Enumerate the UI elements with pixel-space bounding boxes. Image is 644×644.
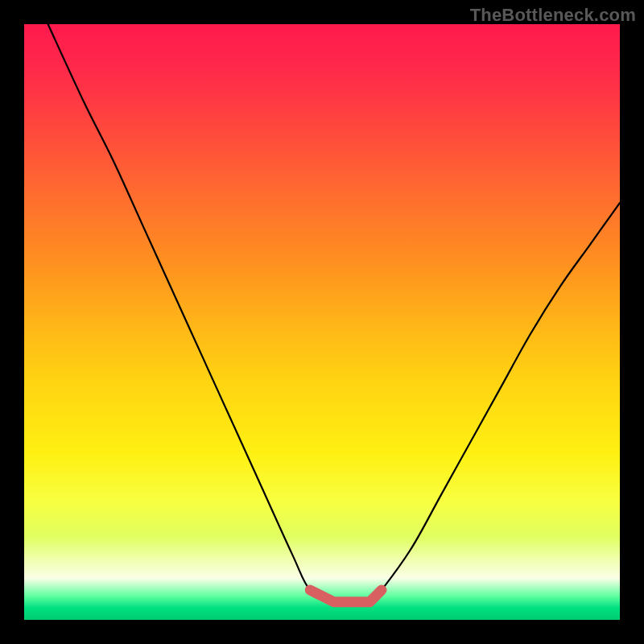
plot-area	[24, 24, 620, 620]
curve-svg	[24, 24, 620, 620]
watermark-text: TheBottleneck.com	[470, 5, 636, 26]
chart-frame: TheBottleneck.com	[0, 0, 644, 644]
minimum-band-marker	[310, 590, 382, 602]
bottleneck-curve-line	[48, 24, 620, 603]
